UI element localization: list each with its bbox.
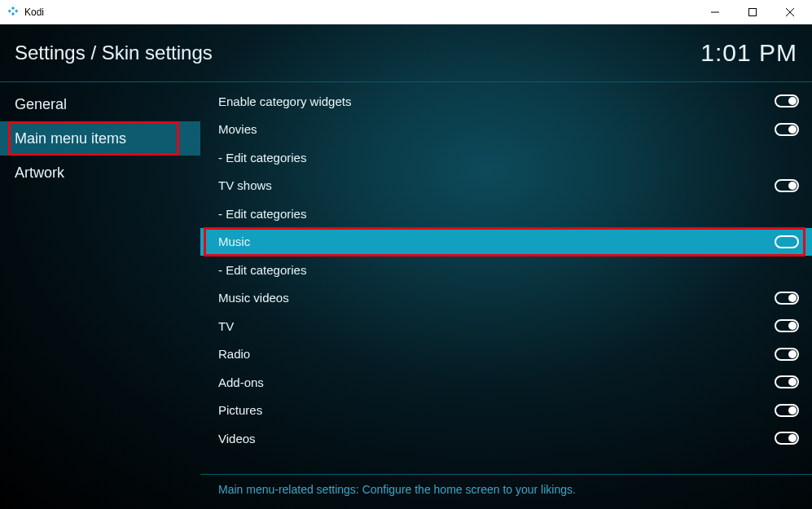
sidebar-item-main-menu-items[interactable]: Main menu items [0, 121, 200, 156]
setting-row-music[interactable]: Music [200, 228, 812, 257]
app-body: Settings / Skin settings 1:01 PM General… [0, 24, 812, 509]
sidebar-item-label: General [15, 96, 67, 113]
settings-list: Enable category widgetsMoviesEdit catego… [200, 87, 812, 474]
window-title: Kodi [24, 7, 696, 18]
window-titlebar: Kodi [0, 0, 812, 24]
toggle-knob [788, 97, 797, 105]
clock: 1:01 PM [700, 39, 797, 67]
setting-row-add-ons[interactable]: Add-ons [200, 368, 812, 397]
toggle-switch[interactable] [775, 348, 799, 361]
setting-row-enable-category-widgets[interactable]: Enable category widgets [200, 87, 812, 116]
toggle-switch[interactable] [775, 292, 799, 305]
setting-row-pictures[interactable]: Pictures [200, 397, 812, 425]
sidebar-item-label: Artwork [15, 165, 64, 182]
toggle-switch[interactable] [775, 94, 799, 108]
sidebar-item-label: Main menu items [15, 130, 126, 147]
setting-row-tv-shows[interactable]: TV shows [200, 172, 812, 200]
setting-label: TV shows [218, 178, 775, 192]
toggle-switch[interactable] [775, 432, 799, 445]
window-controls [696, 0, 809, 24]
setting-row-tv[interactable]: TV [200, 312, 812, 340]
kodi-icon [7, 6, 20, 19]
toggle-knob [788, 238, 797, 246]
toggle-knob [788, 182, 797, 190]
toggle-switch[interactable] [775, 375, 799, 388]
toggle-knob [788, 350, 797, 358]
toggle-knob [788, 406, 797, 415]
setting-label: Radio [218, 347, 775, 361]
toggle-knob [788, 322, 797, 330]
toggle-switch[interactable] [775, 235, 799, 248]
footer-description: Main menu-related settings: Configure th… [200, 474, 812, 509]
sidebar-item-artwork[interactable]: Artwork [0, 156, 200, 190]
minimize-button[interactable] [696, 0, 734, 24]
setting-label: Add-ons [218, 375, 775, 389]
setting-label: Enable category widgets [218, 94, 775, 108]
setting-label: Edit categories [218, 151, 799, 165]
setting-row-edit-categories[interactable]: Edit categories [200, 256, 812, 284]
content: GeneralMain menu itemsArtwork Enable cat… [0, 82, 812, 509]
toggle-switch[interactable] [775, 319, 799, 332]
sidebar: GeneralMain menu itemsArtwork [0, 82, 200, 509]
setting-row-music-videos[interactable]: Music videos [200, 284, 812, 313]
header: Settings / Skin settings 1:01 PM [0, 24, 812, 81]
toggle-knob [788, 434, 797, 442]
breadcrumb: Settings / Skin settings [15, 42, 213, 64]
setting-row-edit-categories[interactable]: Edit categories [200, 200, 812, 228]
toggle-switch[interactable] [775, 123, 799, 136]
setting-row-videos[interactable]: Videos [200, 424, 812, 453]
toggle-switch[interactable] [775, 179, 799, 192]
setting-label: Pictures [218, 403, 775, 417]
svg-rect-1 [749, 8, 757, 15]
setting-label: Music [218, 235, 775, 248]
toggle-knob [788, 294, 797, 302]
setting-label: Edit categories [218, 263, 799, 277]
toggle-knob [788, 378, 797, 386]
setting-row-radio[interactable]: Radio [200, 340, 812, 369]
toggle-switch[interactable] [775, 404, 799, 417]
toggle-knob [788, 125, 797, 134]
close-button[interactable] [771, 0, 809, 24]
setting-label: Music videos [218, 291, 775, 305]
main-panel: Enable category widgetsMoviesEdit catego… [200, 82, 812, 509]
maximize-button[interactable] [734, 0, 771, 24]
setting-label: Videos [218, 432, 775, 445]
setting-label: Edit categories [218, 207, 799, 221]
setting-row-movies[interactable]: Movies [200, 116, 812, 144]
setting-label: TV [218, 319, 775, 333]
setting-row-edit-categories[interactable]: Edit categories [200, 143, 812, 172]
setting-label: Movies [218, 122, 775, 136]
sidebar-item-general[interactable]: General [0, 87, 200, 121]
